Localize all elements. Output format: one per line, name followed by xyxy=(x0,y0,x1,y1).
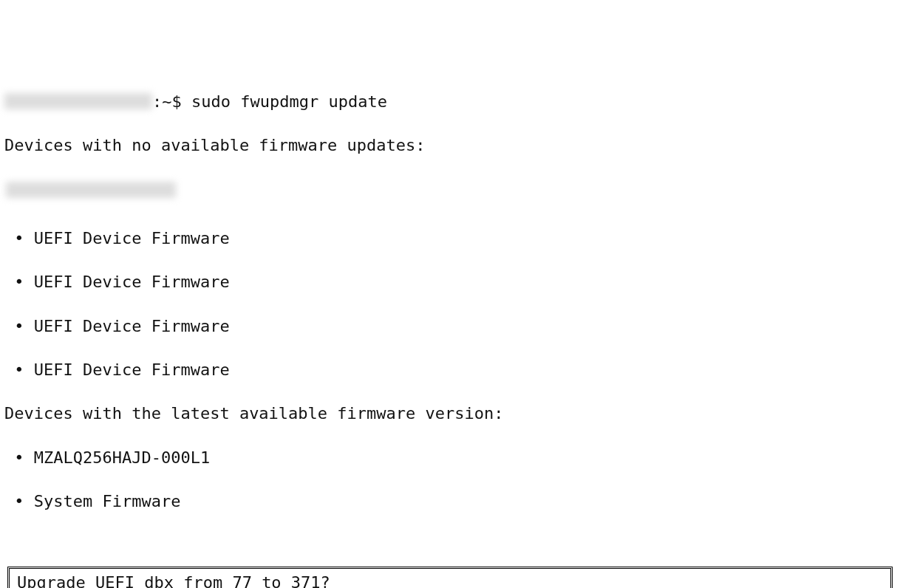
list-item: • System Firmware xyxy=(4,490,896,513)
device-name: UEFI Device Firmware xyxy=(34,273,230,291)
hostname-redacted xyxy=(4,93,152,109)
list-item: • UEFI Device Firmware xyxy=(4,228,896,250)
device-name: System Firmware xyxy=(34,492,181,510)
device-name: UEFI Device Firmware xyxy=(34,317,230,335)
prompt-line: :~$ sudo fwupdmgr update xyxy=(4,91,896,113)
device-name: UEFI Device Firmware xyxy=(34,360,230,379)
list-item: • UEFI Device Firmware xyxy=(4,315,896,338)
no-updates-header: Devices with no available firmware updat… xyxy=(4,134,896,157)
latest-header: Devices with the latest available firmwa… xyxy=(4,403,896,425)
dialog-title-box: Upgrade UEFI dbx from 77 to 371? xyxy=(7,567,893,588)
list-item: • UEFI Device Firmware xyxy=(4,359,896,381)
list-item: • UEFI Device Firmware xyxy=(4,271,896,293)
device-name: UEFI Device Firmware xyxy=(34,229,230,247)
list-item: • MZALQ256HAJD-000L1 xyxy=(4,447,896,469)
prompt-separator: :~$ xyxy=(152,92,191,111)
command-text: sudo fwupdmgr update xyxy=(191,92,387,111)
dialog-title: Upgrade UEFI dbx from 77 to 371? xyxy=(17,573,330,588)
device-redacted xyxy=(6,182,176,198)
device-name: MZALQ256HAJD-000L1 xyxy=(34,448,210,467)
